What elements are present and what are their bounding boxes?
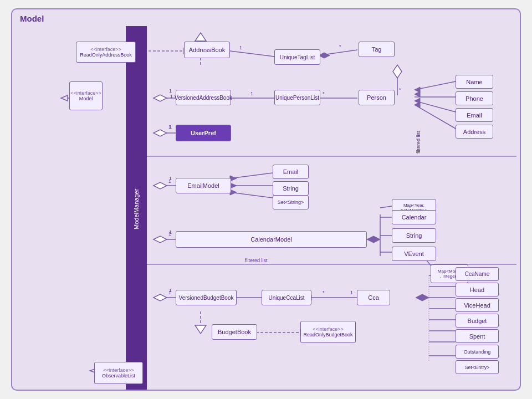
model-manager-label: ModelManager [133, 188, 140, 229]
person-box: Person [359, 90, 395, 105]
svg-text:1: 1 [239, 45, 242, 50]
string-calendar-box: String [392, 228, 436, 243]
emailmodel-box: EmailModel [176, 178, 231, 193]
interface-model-box: <<interface>> Model [69, 81, 103, 110]
budget-box: Budget [456, 314, 499, 328]
svg-line-41 [230, 173, 273, 178]
svg-marker-33 [154, 130, 167, 136]
svg-line-6 [319, 50, 357, 55]
svg-marker-57 [154, 294, 167, 301]
svg-text:*: * [323, 91, 325, 96]
versionedaddressbook-box: VersionedAddressBook [176, 90, 231, 105]
svg-line-45 [230, 192, 273, 198]
svg-marker-78 [195, 325, 206, 334]
head-box: Head [456, 283, 499, 296]
readonly-budgetbook-box: <<interface>> ReadOnlyBudgetBook [300, 321, 356, 343]
svg-text:*: * [323, 290, 325, 295]
svg-line-4 [230, 51, 274, 57]
svg-line-24 [415, 101, 456, 112]
svg-text:1: 1 [250, 91, 253, 96]
svg-text:1: 1 [169, 88, 172, 94]
setentry-box: Set<Entry> [456, 360, 499, 374]
label-1-va: 1 [170, 94, 173, 99]
svg-marker-29 [154, 95, 167, 101]
uniquepersonlist-box: UniquePersonList [274, 90, 320, 105]
person-email-box: Email [456, 108, 493, 122]
svg-marker-23 [415, 91, 420, 97]
cca-box: Cca [357, 290, 390, 305]
svg-marker-13 [195, 33, 206, 41]
model-title: Model [20, 14, 44, 23]
ccaname-box: CcaName [456, 267, 499, 281]
phone-box: Phone [456, 91, 493, 105]
model-manager-bar: ModelManager [126, 26, 147, 391]
svg-line-52 [380, 206, 392, 208]
address-box: Address [456, 125, 493, 139]
spent-box: Spent [456, 329, 499, 343]
svg-text:*: * [399, 87, 401, 93]
svg-marker-37 [61, 95, 68, 101]
svg-marker-38 [154, 182, 167, 189]
name-box: Name [456, 75, 493, 89]
svg-line-26 [415, 105, 456, 129]
uniquetaglist-box: UniqueTagList [274, 49, 320, 65]
calendarmodel-box: CalendarModel [176, 231, 367, 248]
label-1-em: 1 [168, 178, 171, 184]
label-1-up: 1 [168, 124, 171, 130]
svg-marker-10 [393, 65, 402, 78]
svg-marker-7 [319, 53, 330, 58]
label-1-cm: 1 [168, 231, 171, 237]
setstring-box: Set<String> [273, 195, 309, 209]
readonly-addressbook-box: <<interface>> ReadOnlyAddressBook [76, 42, 136, 63]
svg-marker-50 [367, 236, 380, 243]
versionedbudgetbook-box: VersionedBudgetBook [176, 290, 237, 305]
tag-box: Tag [359, 42, 395, 57]
svg-marker-27 [415, 102, 420, 108]
userpref-box: UserPref [176, 125, 231, 141]
svg-text:filtered list: filtered list [245, 258, 268, 263]
svg-marker-25 [415, 98, 420, 104]
calendar-box: Calendar [392, 210, 436, 224]
diagram-container: Model 1 * * 1 * [11, 8, 521, 391]
diagram-svg: 1 * * 1 * filtered list [12, 9, 520, 390]
label-1-vb: 1 [168, 290, 171, 295]
svg-text:filtered list: filtered list [416, 131, 421, 154]
svg-line-20 [415, 81, 456, 90]
uniqueccalist-box: UniqueCcaList [262, 290, 311, 305]
string-email-box: String [273, 181, 309, 196]
vicehead-box: ViceHead [456, 298, 499, 312]
svg-text:1: 1 [350, 290, 353, 295]
svg-marker-21 [415, 87, 420, 93]
email-box: Email [273, 165, 309, 179]
budgetbook-box: BudgetBook [212, 324, 257, 340]
vevent-box: VEvent [392, 247, 436, 261]
outstanding-box: Outstanding [456, 345, 499, 359]
svg-text:*: * [339, 44, 341, 49]
svg-marker-47 [154, 236, 167, 243]
svg-marker-67 [416, 294, 429, 301]
addressbook-box: AddressBook [184, 42, 230, 58]
observablelist-box: <<interface>> ObservableList [94, 362, 143, 384]
